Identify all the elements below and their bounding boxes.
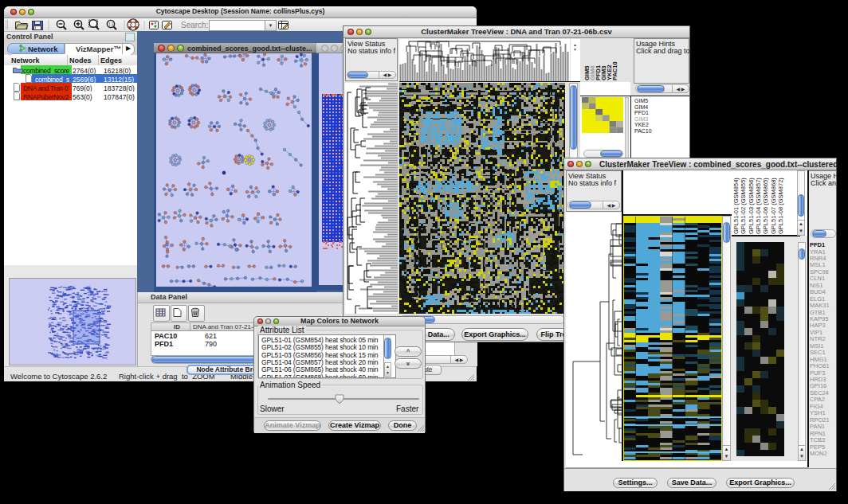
svg-text:GPL51-07 (GSM868): GPL51-07 (GSM868) [770, 178, 777, 234]
svg-text:GPL51-08 (GSM872): GPL51-08 (GSM872) [777, 178, 784, 234]
svg-text:GPL51-06 (GSM865): GPL51-06 (GSM865) [762, 178, 769, 234]
svg-text:GPL51-04 (GSM857): GPL51-04 (GSM857) [755, 178, 762, 234]
svg-text:GPL51-02 (GSM855): GPL51-02 (GSM855) [740, 178, 747, 234]
svg-text:GPL51-01 (GSM854): GPL51-01 (GSM854) [732, 178, 740, 234]
svg-text:PAC10: PAC10 [611, 61, 618, 80]
svg-text:GPL51-03 (GSM856): GPL51-03 (GSM856) [748, 178, 755, 234]
svg-text:1:1: 1:1 [108, 22, 114, 26]
